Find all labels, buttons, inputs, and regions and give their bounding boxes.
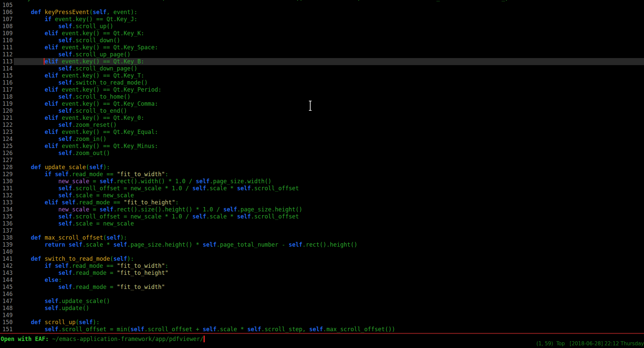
code-line[interactable]: 128 def update_scale(self): [0,164,644,171]
code-line[interactable]: 134 new_scale = self.rect().size().heigh… [0,206,644,213]
code-line[interactable]: 110 self.scroll_down() [0,37,644,44]
code-text: self.zoom_reset() [14,121,644,129]
line-number: 128 [0,164,14,171]
code-text: elif event.key() == Qt.Key_0: [14,114,644,121]
code-text: new_scale = self.rect().width() * 1.0 / … [14,178,644,185]
code-text [14,157,644,164]
code-line[interactable]: 124 self.zoom_in() [0,136,644,143]
line-number: 121 [0,114,14,121]
code-line[interactable]: 116 self.switch_to_read_mode() [0,79,644,86]
code-line[interactable]: 144 else: [0,277,644,284]
code-line[interactable]: 118 self.scroll_to_home() [0,93,644,100]
code-line[interactable]: 127 [0,157,644,164]
code-line[interactable]: 139 return self.scale * self.page_size.h… [0,241,644,248]
code-line[interactable]: 151 self.scroll_offset = min(self.scroll… [0,326,644,333]
code-text: else: [14,277,644,284]
code-text: def max_scroll_offset(self): [14,234,644,241]
line-number: 113 [0,58,14,65]
code-text: self.update_scale() [14,298,644,305]
code-text: self.scroll_offset = new_scale * 1.0 / s… [14,185,644,192]
code-text: self.update() [14,305,644,312]
minibuffer-input[interactable]: ~/emacs-application-framework/app/pdfvie… [52,336,203,342]
code-line[interactable]: 122 self.zoom_reset() [0,121,644,129]
code-line[interactable]: 146 [0,291,644,298]
minibuffer-prompt: Open with EAF: [1,336,52,342]
line-number: 116 [0,79,14,86]
code-text: self.read_mode = "fit_to_width" [14,284,644,291]
line-number: 106 [0,9,14,16]
code-line[interactable]: 131 self.scroll_offset = new_scale * 1.0… [0,185,644,192]
code-line[interactable]: 111 elif event.key() == Qt.Key_Space: [0,44,644,51]
code-line[interactable]: 130 new_scale = self.rect().width() * 1.… [0,178,644,185]
code-line[interactable]: 125 elif event.key() == Qt.Key_Minus: [0,143,644,150]
code-text: self.zoom_in() [14,136,644,143]
line-number: 109 [0,30,14,37]
code-line[interactable]: 150 def scroll_up(self): [0,319,644,326]
line-number: 120 [0,107,14,114]
code-line[interactable]: 120 self.scroll_to_end() [0,107,644,114]
code-line[interactable]: 142 if self.read_mode == "fit_to_width": [0,262,644,269]
code-text: elif event.key() == Qt.Key_B: [14,58,644,65]
line-number: 142 [0,262,14,269]
line-number: 124 [0,136,14,143]
code-line[interactable]: 132 self.scale = new_scale [0,192,644,199]
code-text [14,248,644,255]
code-line[interactable]: 115 elif event.key() == Qt.Key_T: [0,72,644,79]
code-line[interactable]: 121 elif event.key() == Qt.Key_0: [0,114,644,121]
code-line[interactable]: 113 elif event.key() == Qt.Key_B: [0,58,644,65]
line-number: 150 [0,319,14,326]
code-line[interactable]: 133 elif self.read_mode == "fit_to_heigh… [0,199,644,206]
line-number: 137 [0,227,14,234]
line-number: 131 [0,185,14,192]
code-line[interactable]: 105 [0,2,644,9]
code-line[interactable]: 129 if self.read_mode == "fit_to_width": [0,171,644,178]
code-text: self.scale = new_scale [14,192,644,199]
line-number: 110 [0,37,14,44]
code-line[interactable]: 141 def switch_to_read_mode(self): [0,255,644,262]
line-number: 122 [0,121,14,129]
code-text: elif event.key() == Qt.Key_Space: [14,44,644,51]
code-line[interactable]: 147 self.update_scale() [0,298,644,305]
line-number: 129 [0,171,14,178]
code-line[interactable]: 109 elif event.key() == Qt.Key_K: [0,30,644,37]
code-line[interactable]: 107 if event.key() == Qt.Key_J: [0,16,644,23]
code-line[interactable]: 106 def keyPressEvent(self, event): [0,9,644,16]
line-number: 111 [0,44,14,51]
code-line[interactable]: 140 [0,248,644,255]
code-line[interactable]: 135 self.scroll_offset = new_scale * 1.0… [0,213,644,220]
line-number: 151 [0,326,14,333]
code-line[interactable]: 108 self.scroll_up() [0,23,644,30]
code-line[interactable]: 137 [0,227,644,234]
code-line[interactable]: 114 self.scroll_down_page() [0,65,644,72]
code-text: elif event.key() == Qt.Key_Comma: [14,100,644,107]
code-text: self.scroll_offset = new_scale * 1.0 / s… [14,213,644,220]
code-line[interactable]: 148 self.update() [0,305,644,312]
line-number: 112 [0,51,14,58]
code-line[interactable]: 119 elif event.key() == Qt.Key_Comma: [0,100,644,107]
minibuffer[interactable]: Open with EAF: ~/emacs-application-frame… [1,336,205,343]
line-number: 136 [0,220,14,227]
line-number: 126 [0,150,14,157]
code-text: self.scroll_down_page() [14,65,644,72]
code-line[interactable]: 123 elif event.key() == Qt.Key_Equal: [0,129,644,136]
code-line[interactable]: 126 self.zoom_out() [0,150,644,157]
line-number: 147 [0,298,14,305]
code-line[interactable]: 112 self.scroll_up_page() [0,51,644,58]
line-number: 114 [0,65,14,72]
line-number: 105 [0,2,14,9]
code-line[interactable]: 149 [0,312,644,319]
code-line[interactable]: 117 elif event.key() == Qt.Key_Period: [0,86,644,93]
code-text: elif event.key() == Qt.Key_Period: [14,86,644,93]
code-area[interactable]: 104 y ( (( ) _ _)105106 def keyPressEven… [0,0,644,333]
line-number: 133 [0,199,14,206]
code-text: self.scroll_down() [14,37,644,44]
code-line[interactable]: 136 self.scale = new_scale [0,220,644,227]
code-line[interactable]: 145 self.read_mode = "fit_to_width" [0,284,644,291]
line-number: 141 [0,255,14,262]
code-line[interactable]: 143 self.read_mode = "fit_to_height" [0,269,644,277]
tray-status: (1, 59) Top [2018-06-28] 22:12 Thursday [537,340,644,347]
line-number: 149 [0,312,14,319]
code-line[interactable]: 138 def max_scroll_offset(self): [0,234,644,241]
code-text: elif event.key() == Qt.Key_K: [14,30,644,37]
code-text: def switch_to_read_mode(self): [14,255,644,262]
